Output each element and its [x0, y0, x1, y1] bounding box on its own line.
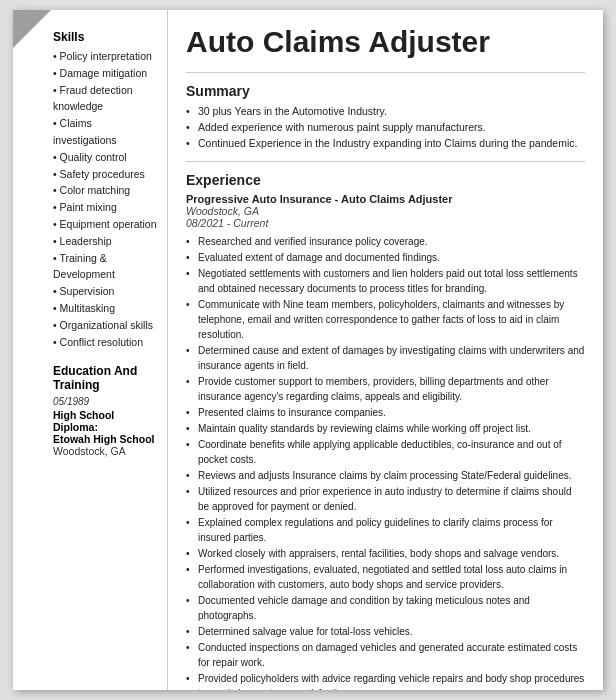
- job-bullet: Coordinate benefits while applying appli…: [186, 437, 585, 467]
- skill-item: Policy interpretation: [53, 48, 157, 65]
- skill-item: Safety procedures: [53, 166, 157, 183]
- sidebar: Skills Policy interpretationDamage mitig…: [13, 10, 168, 690]
- summary-bullets: 30 plus Years in the Automotive Industry…: [186, 104, 585, 151]
- summary-divider: [186, 161, 585, 162]
- job-bullet: Reviews and adjusts Insurance claims by …: [186, 468, 585, 483]
- skill-item: Leadership: [53, 233, 157, 250]
- job-bullet: Worked closely with appraisers, rental f…: [186, 546, 585, 561]
- job-dates: 08/2021 - Current: [186, 217, 585, 229]
- resume-page: Skills Policy interpretationDamage mitig…: [13, 10, 603, 690]
- job-bullet: Communicate with Nine team members, poli…: [186, 297, 585, 342]
- job-bullet: Determined cause and extent of damages b…: [186, 343, 585, 373]
- skill-item: Claims investigations: [53, 115, 157, 149]
- job-bullet: Negotiated settlements with customers an…: [186, 266, 585, 296]
- job-bullet: Determined salvage value for total-loss …: [186, 624, 585, 639]
- education-title: Education And Training: [53, 364, 157, 392]
- skill-item: Color matching: [53, 182, 157, 199]
- job-bullet: Explained complex regulations and policy…: [186, 515, 585, 545]
- main-content: Auto Claims Adjuster Summary 30 plus Yea…: [168, 10, 603, 690]
- skill-item: Multitasking: [53, 300, 157, 317]
- skills-title: Skills: [53, 30, 157, 44]
- resume-title: Auto Claims Adjuster: [186, 24, 585, 60]
- job-location: Woodstock, GA: [186, 205, 585, 217]
- skill-item: Supervision: [53, 283, 157, 300]
- job-bullet: Provided policyholders with advice regar…: [186, 671, 585, 690]
- skill-item: Training & Development: [53, 250, 157, 284]
- education-section: Education And Training 05/1989High Schoo…: [53, 364, 157, 457]
- skill-item: Quality control: [53, 149, 157, 166]
- corner-fold: [13, 10, 51, 48]
- job-bullet: Conducted inspections on damaged vehicle…: [186, 640, 585, 670]
- job-bullet: Presented claims to insurance companies.: [186, 405, 585, 420]
- skills-list: Policy interpretationDamage mitigationFr…: [53, 48, 157, 350]
- summary-section-title: Summary: [186, 83, 585, 99]
- skill-item: Damage mitigation: [53, 65, 157, 82]
- job-bullet: Evaluated extent of damage and documente…: [186, 250, 585, 265]
- skill-item: Fraud detection knowledge: [53, 82, 157, 116]
- jobs-container: Progressive Auto Insurance - Auto Claims…: [186, 193, 585, 690]
- job-bullet: Performed investigations, evaluated, neg…: [186, 562, 585, 592]
- job-entry: Progressive Auto Insurance - Auto Claims…: [186, 193, 585, 690]
- summary-bullet: Continued Experience in the Industry exp…: [186, 136, 585, 152]
- experience-section-title: Experience: [186, 172, 585, 188]
- edu-location: Woodstock, GA: [53, 445, 157, 457]
- summary-bullet: 30 plus Years in the Automotive Industry…: [186, 104, 585, 120]
- job-bullet: Provide customer support to members, pro…: [186, 374, 585, 404]
- job-bullet: Documented vehicle damage and condition …: [186, 593, 585, 623]
- edu-date: 05/1989: [53, 396, 157, 407]
- summary-bullet: Added experience with numerous paint sup…: [186, 120, 585, 136]
- job-bullet: Maintain quality standards by reviewing …: [186, 421, 585, 436]
- job-bullet: Utilized resources and prior experience …: [186, 484, 585, 514]
- job-bullets-list: Researched and verified insurance policy…: [186, 234, 585, 690]
- job-company: Progressive Auto Insurance - Auto Claims…: [186, 193, 585, 205]
- edu-degree: High SchoolDiploma:: [53, 409, 157, 433]
- skill-item: Organizational skills: [53, 317, 157, 334]
- skill-item: Conflict resolution: [53, 334, 157, 351]
- job-bullet: Researched and verified insurance policy…: [186, 234, 585, 249]
- edu-school: Etowah High School: [53, 433, 157, 445]
- title-divider: [186, 72, 585, 73]
- skill-item: Equipment operation: [53, 216, 157, 233]
- skill-item: Paint mixing: [53, 199, 157, 216]
